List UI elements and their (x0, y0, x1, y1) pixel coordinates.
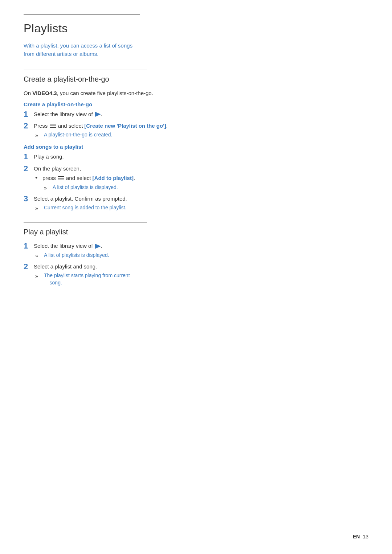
page-title: Playlists (24, 22, 194, 35)
add-step-number-2: 2 (24, 164, 34, 173)
step-number-2: 2 (24, 121, 34, 131)
result-arrow-5: » (35, 272, 44, 280)
add-to-playlist-label: [Add to playlist] (93, 175, 134, 181)
create-step-1: 1 Select the library view of . (24, 110, 194, 119)
hamburger-icon-1 (50, 124, 56, 128)
page-footer: EN 13 (353, 534, 368, 539)
play-step-2-content: Select a playlist and song. » The playli… (34, 263, 194, 287)
add-step-1: 1 Play a song. (24, 153, 194, 161)
play-step-2-result: » The playlist starts playing from curre… (35, 272, 194, 286)
add-step-3-content: Select a playlist. Confirm as prompted. … (34, 195, 194, 213)
add-step-2-text: On the play screen, (34, 165, 81, 172)
add-step-2-bullet-result-text: A list of playlists is displayed. (53, 184, 118, 191)
add-step-2-content: On the play screen, • press and select [… (34, 165, 194, 192)
play-step-2-text: Select a playlist and song. (34, 263, 97, 270)
subsection-add-label: Add songs to a playlist (24, 144, 194, 150)
section2-rule (24, 222, 147, 223)
add-step-1-text: Play a song. (34, 153, 64, 160)
add-step-3-result: » Current song is added to the playlist. (35, 204, 194, 212)
section1-intro: On VIDEO4.3, you can create five playlis… (24, 89, 194, 98)
step-number-1: 1 (24, 110, 34, 119)
play-step-1-content: Select the library view of . » A list of… (34, 242, 194, 260)
add-step-number-1: 1 (24, 152, 34, 161)
footer-page-number: 13 (363, 534, 368, 539)
add-step-1-content: Play a song. (34, 153, 194, 161)
create-step-2-content: Press and select [Create new 'Playlist o… (34, 122, 194, 140)
play-step-number-2: 2 (24, 262, 34, 271)
create-step-2: 2 Press and select [Create new 'Playlist… (24, 122, 194, 140)
result-arrow-3: » (35, 205, 44, 212)
add-step-2-bullet-result: » A list of playlists is displayed. (44, 184, 135, 192)
play-step-2-result-text: The playlist starts playing from current… (44, 272, 130, 286)
top-rule (24, 15, 140, 15)
bullet-dot-1: • (35, 173, 42, 183)
add-step-number-3: 3 (24, 194, 34, 204)
result-arrow-1: » (35, 132, 44, 139)
section2-heading: Play a playlist (24, 228, 194, 236)
result-arrow-4: » (35, 252, 44, 260)
add-steps-list: 1 Play a song. 2 On the play screen, • p… (24, 153, 194, 212)
play-step-1-result-text: A list of playlists is displayed. (44, 252, 109, 259)
add-step-3-result-text: Current song is added to the playlist. (44, 204, 126, 212)
hamburger-icon-2 (58, 176, 64, 180)
create-step-1-text: Select the library view of (34, 111, 94, 117)
play-icon (95, 112, 101, 117)
section-play-playlist: Play a playlist 1 Select the library vie… (24, 228, 194, 286)
section1-heading: Create a playlist-on-the-go (24, 75, 194, 83)
play-step-1-result: » A list of playlists is displayed. (35, 252, 194, 260)
create-step-1-content: Select the library view of . (34, 110, 194, 119)
create-step-2-result-text: A playlist-on-the-go is created. (44, 131, 112, 139)
section-create-playlist: Create a playlist-on-the-go On VIDEO4.3,… (24, 75, 194, 212)
play-step-1: 1 Select the library view of . » A list … (24, 242, 194, 260)
section1-rule (24, 70, 147, 70)
create-new-playlist-label: [Create new 'Playlist on the go'] (84, 123, 166, 129)
add-step-3: 3 Select a playlist. Confirm as prompted… (24, 195, 194, 213)
play-step-number-1: 1 (24, 241, 34, 251)
subsection-create-label: Create a playlist-on-the-go (24, 101, 194, 107)
create-step-2-result: » A playlist-on-the-go is created. (35, 131, 194, 139)
play-step-2: 2 Select a playlist and song. » The play… (24, 263, 194, 287)
play-icon-2 (95, 244, 101, 249)
play-step-1-text: Select the library view of (34, 243, 94, 249)
add-step-2-bullet: • press and select [Add to playlist]. » … (35, 174, 194, 192)
footer-language: EN (353, 534, 360, 539)
add-step-3-text: Select a playlist. Confirm as prompted. (34, 196, 127, 202)
intro-text: With a playlist, you can access a list o… (24, 42, 194, 58)
play-steps-list: 1 Select the library view of . » A list … (24, 242, 194, 286)
add-step-2: 2 On the play screen, • press and select… (24, 165, 194, 192)
device-name: VIDEO4.3 (32, 90, 57, 96)
result-arrow-2: » (44, 184, 53, 192)
create-steps-list: 1 Select the library view of . 2 Press a… (24, 110, 194, 140)
add-step-2-bullet-content: press and select [Add to playlist]. » A … (42, 174, 135, 192)
